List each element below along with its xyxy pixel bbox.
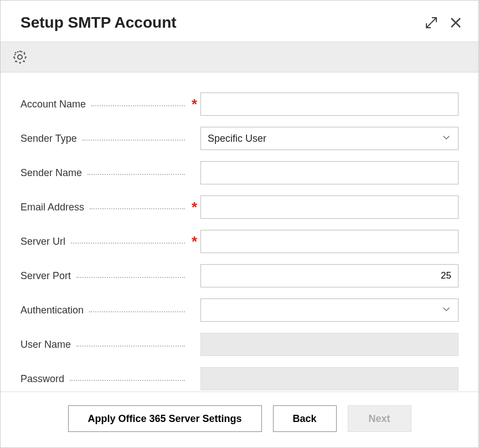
chevron-down-icon (441, 132, 451, 145)
dots (91, 105, 185, 106)
label-password: Password (20, 373, 68, 385)
row-server-url: Server Url * (20, 230, 459, 253)
label-user-name: User Name (20, 339, 74, 351)
label-authentication: Authentication (20, 305, 87, 316)
label-server-port: Server Port (20, 270, 74, 282)
email-address-input[interactable] (200, 195, 459, 219)
row-user-name: User Name (20, 333, 459, 356)
dots (90, 208, 185, 209)
scroll-area[interactable]: Account Name * Sender Type Specific User (1, 42, 478, 392)
header-actions (424, 16, 463, 30)
row-server-port: Server Port (20, 264, 459, 287)
label-account-name: Account Name (20, 99, 89, 110)
row-password: Password (20, 367, 459, 390)
close-icon[interactable] (449, 16, 463, 30)
smtp-form: Account Name * Sender Type Specific User (1, 73, 478, 392)
server-url-input[interactable] (200, 230, 459, 253)
user-name-input (200, 333, 459, 356)
row-sender-name: Sender Name (20, 161, 459, 184)
row-email-address: Email Address * (20, 195, 459, 219)
dots (76, 346, 185, 347)
back-button[interactable]: Back (273, 405, 337, 432)
sender-type-value: Specific User (208, 133, 266, 145)
next-button: Next (348, 405, 411, 432)
gear-icon[interactable] (12, 49, 28, 65)
dots (71, 243, 185, 244)
password-input (200, 367, 459, 390)
server-port-input[interactable] (200, 264, 459, 287)
dialog-header: Setup SMTP Account (1, 1, 478, 42)
account-name-input[interactable] (200, 92, 459, 116)
label-server-url: Server Url (20, 236, 69, 248)
row-authentication: Authentication (20, 298, 459, 322)
sender-name-input[interactable] (200, 161, 459, 184)
dialog-footer: Apply Office 365 Server Settings Back Ne… (1, 392, 478, 447)
dots (83, 140, 185, 141)
authentication-select[interactable] (200, 298, 459, 322)
row-sender-type: Sender Type Specific User (20, 127, 459, 150)
sender-type-select[interactable]: Specific User (200, 127, 459, 150)
toolbar (1, 42, 478, 73)
row-account-name: Account Name * (20, 92, 459, 116)
dots (76, 277, 185, 278)
chevron-down-icon (441, 304, 451, 317)
dots (87, 174, 185, 175)
dots (70, 380, 185, 381)
dots (89, 311, 185, 312)
svg-point-0 (18, 55, 22, 59)
dialog-title: Setup SMTP Account (20, 14, 424, 32)
label-sender-type: Sender Type (20, 133, 80, 145)
label-email-address: Email Address (20, 202, 87, 213)
apply-o365-button[interactable]: Apply Office 365 Server Settings (68, 405, 262, 432)
content-wrapper: Account Name * Sender Type Specific User (1, 42, 478, 392)
label-sender-name: Sender Name (20, 167, 85, 179)
expand-icon[interactable] (424, 16, 439, 30)
